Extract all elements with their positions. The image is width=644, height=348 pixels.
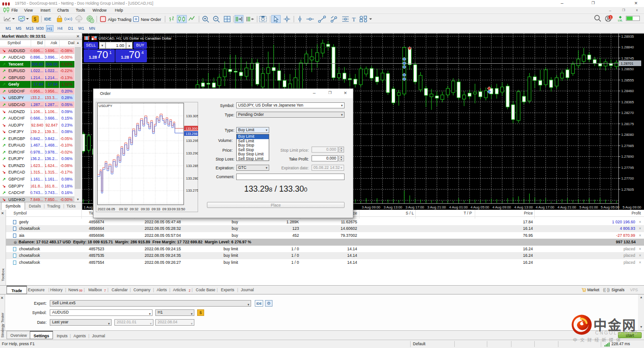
svg-text:133.298: 133.298	[186, 132, 197, 135]
svg-text:1.27795: 1.27795	[621, 166, 634, 170]
svg-text:1.28745: 1.28745	[621, 56, 634, 60]
svg-text:5 Aug 09:00: 5 Aug 09:00	[623, 205, 641, 209]
svg-text:3 Aug 13:00: 3 Aug 13:00	[384, 205, 402, 209]
svg-text:133.280: 133.280	[186, 176, 198, 181]
svg-text:IDE: IDE	[44, 17, 51, 21]
svg-text:LVL: LVL	[618, 19, 623, 22]
svg-text:1.27700: 1.27700	[621, 176, 634, 181]
svg-text:09:32: 09:32	[119, 207, 128, 211]
svg-text:09:33: 09:33	[152, 207, 160, 211]
svg-text:09:33: 09:33	[162, 207, 171, 211]
svg-text:1.28365: 1.28365	[621, 100, 634, 104]
svg-text:3 Aug 21:00: 3 Aug 21:00	[427, 205, 446, 209]
svg-text:4 Aug 01:00: 4 Aug 01:00	[449, 205, 468, 209]
svg-text:New Order: New Order	[141, 17, 161, 22]
svg-text:09:32: 09:32	[130, 207, 139, 211]
svg-text:3 Aug 09:00: 3 Aug 09:00	[362, 205, 380, 209]
svg-text:133.305: 133.305	[186, 114, 198, 118]
svg-text:1.27890: 1.27890	[621, 154, 634, 159]
svg-text:4 Aug 05:00: 4 Aug 05:00	[471, 205, 489, 209]
svg-text:09:33: 09:33	[141, 207, 150, 211]
svg-text:1.28175: 1.28175	[621, 122, 634, 126]
svg-text:5 Aug 01:00: 5 Aug 01:00	[579, 205, 598, 209]
svg-text:1.28650: 1.28650	[621, 67, 634, 71]
svg-text:Algo Trading: Algo Trading	[108, 17, 132, 22]
svg-text:1.28080: 1.28080	[621, 133, 634, 137]
svg-text:09:33:50: 09:33:50	[172, 207, 185, 211]
svg-text:133.275: 133.275	[186, 188, 198, 193]
svg-text:USDCAD, H1: US Dollar vs Cana: USDCAD, H1: US Dollar vs Canadian Dollar	[99, 36, 172, 40]
svg-text:1.28555: 1.28555	[621, 78, 634, 82]
svg-text:4 Aug 09:00: 4 Aug 09:00	[492, 205, 511, 209]
svg-text:3 Aug 17:00: 3 Aug 17:00	[405, 205, 424, 209]
svg-text:1.27985: 1.27985	[621, 144, 634, 148]
svg-text:1.28935: 1.28935	[621, 34, 634, 39]
svg-text:4 Aug 13:00: 4 Aug 13:00	[514, 205, 533, 209]
svg-text:1.27605: 1.27605	[621, 187, 634, 192]
svg-text:1: 1	[610, 15, 612, 20]
svg-text:1.28270: 1.28270	[621, 111, 634, 115]
svg-text:5 Aug 05:00: 5 Aug 05:00	[601, 205, 619, 209]
svg-text:1.28701: 1.28701	[621, 61, 633, 66]
svg-text:2022.08.05: 2022.08.05	[98, 207, 115, 211]
svg-text:1.28460: 1.28460	[621, 89, 634, 93]
svg-text:133.285: 133.285	[186, 164, 198, 168]
svg-text:4 Aug 21:00: 4 Aug 21:00	[558, 205, 576, 209]
svg-text:T: T	[352, 16, 356, 23]
svg-text:133.300: 133.300	[186, 127, 197, 130]
svg-text:4 Aug 17:00: 4 Aug 17:00	[536, 205, 554, 209]
svg-text:USDJPY: USDJPY	[99, 104, 113, 108]
svg-text:$: $	[34, 17, 37, 22]
svg-text:1.28840: 1.28840	[621, 45, 634, 49]
